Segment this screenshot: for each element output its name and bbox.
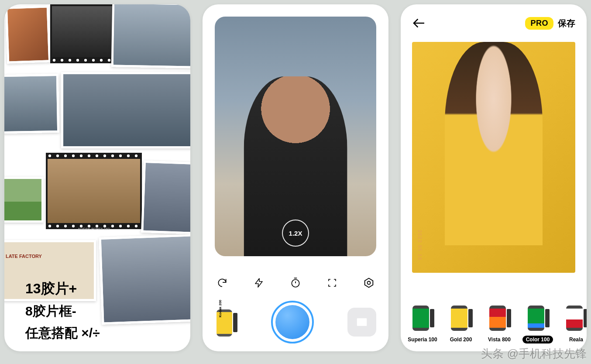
subject-portrait [445, 42, 543, 245]
refresh-icon[interactable] [215, 275, 230, 290]
shutter-button[interactable] [271, 301, 314, 343]
panel-editor: PRO 保存 2022 05 18 Superia 100Gold 200Vis… [401, 4, 587, 351]
marketing-tagline: 13胶片+ 8胶片框- 任意搭配 ×/÷ [25, 277, 100, 343]
camera-viewfinder[interactable]: 1.2X [215, 17, 376, 256]
timer-icon[interactable] [288, 275, 303, 290]
panel-collage: KODAK PORTA 160 LATE FACTORY 13胶片+ 8胶片框-… [4, 4, 190, 351]
film-option-vista-800[interactable]: Vista 800 [481, 302, 518, 343]
collage-photo [4, 177, 44, 223]
zoom-indicator[interactable]: 1.2X [282, 220, 309, 247]
frame-count: 8 [25, 304, 33, 318]
date-stamp: 2022 05 18 [417, 230, 422, 261]
film-strip-photo: KODAK PORTA 160 [46, 153, 142, 229]
photo-collage: KODAK PORTA 160 LATE FACTORY 13胶片+ 8胶片框-… [4, 4, 190, 351]
film-name: Color 100 [522, 336, 553, 343]
film-option-color-100[interactable]: Color 100 [519, 302, 556, 343]
collage-photo [61, 72, 190, 148]
film-name: Vista 800 [488, 337, 511, 343]
editor-topbar: PRO 保存 [401, 4, 587, 42]
shutter-row: Kodak 200 [215, 301, 376, 343]
pro-badge[interactable]: PRO [525, 17, 553, 30]
svg-marker-0 [255, 278, 262, 287]
camera-controls [215, 275, 376, 290]
film-option-reala[interactable]: Reala [558, 302, 587, 343]
back-button[interactable] [412, 16, 426, 30]
panel-camera: 1.2X Kodak 200 [203, 4, 388, 351]
settings-icon[interactable] [361, 275, 376, 290]
collage-photo [111, 4, 190, 69]
svg-point-5 [368, 282, 371, 285]
film-name: Gold 200 [450, 337, 472, 343]
photo-preview[interactable]: 2022 05 18 [412, 42, 575, 273]
svg-point-1 [292, 279, 299, 287]
film-count: 13 [25, 281, 41, 296]
film-option-gold-200[interactable]: Gold 200 [443, 302, 479, 343]
collage-photo [4, 74, 59, 134]
collage-photo [141, 161, 190, 234]
fullscreen-icon[interactable] [325, 275, 340, 290]
film-stock-label: KODAK PORTA 160 [78, 227, 110, 231]
collage-photo [99, 234, 190, 325]
flash-icon[interactable] [251, 275, 266, 290]
svg-marker-4 [365, 278, 373, 288]
film-selector[interactable]: Kodak 200 [215, 305, 237, 339]
save-button[interactable]: 保存 [558, 17, 575, 29]
film-option-superia-100[interactable]: Superia 100 [404, 302, 441, 343]
collage-photo [5, 5, 51, 63]
film-name: Reala [569, 337, 583, 343]
gallery-button[interactable] [347, 308, 376, 337]
film-name: Superia 100 [408, 337, 437, 343]
film-filter-tray[interactable]: Superia 100Gold 200Vista 800Color 100Rea… [401, 302, 587, 343]
